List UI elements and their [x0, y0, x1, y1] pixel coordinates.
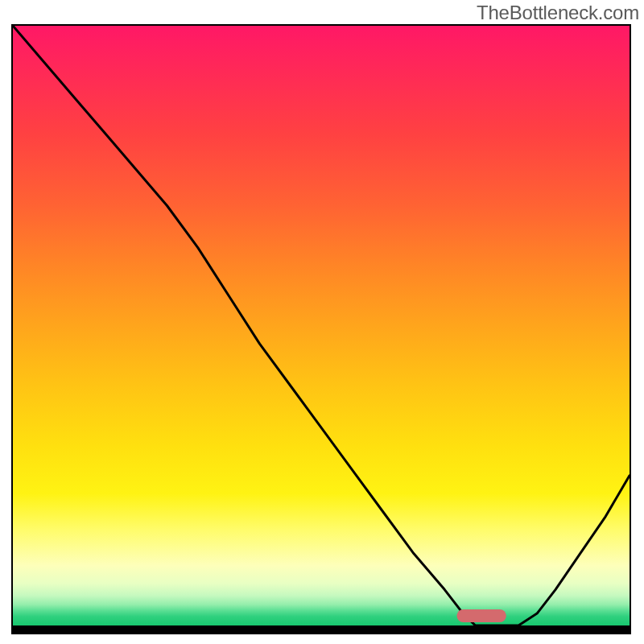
curve-svg: [13, 26, 630, 625]
chart-wrapper: TheBottleneck.com: [0, 0, 644, 644]
optimal-pill: [457, 609, 506, 622]
plot-area: [11, 24, 631, 634]
bottleneck-curve: [13, 26, 630, 625]
watermark-text: TheBottleneck.com: [477, 2, 639, 24]
